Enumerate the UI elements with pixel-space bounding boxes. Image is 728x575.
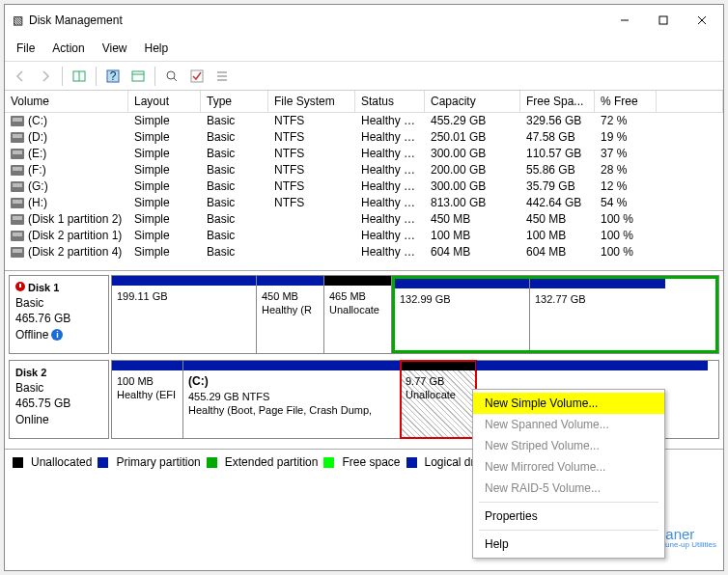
partition[interactable]: (C:)455.29 GB NTFSHealthy (Boot, Page Fi…: [183, 361, 401, 438]
menu-separator: [479, 502, 658, 503]
table-row[interactable]: (G:)SimpleBasicNTFSHealthy (L...300.00 G…: [5, 178, 723, 195]
volume-icon: [11, 214, 24, 225]
menu-view[interactable]: View: [95, 38, 135, 59]
cell-pct: 100 %: [595, 211, 657, 228]
cell-type: Basic: [201, 195, 268, 211]
partition[interactable]: 132.77 GB: [530, 279, 665, 350]
table-row[interactable]: (Disk 2 partition 4)SimpleBasicHealthy (…: [5, 244, 723, 260]
table-row[interactable]: (Disk 1 partition 2)SimpleBasicHealthy (…: [5, 211, 723, 228]
col-pct[interactable]: % Free: [595, 91, 657, 113]
partition[interactable]: 9.77 GBUnallocate: [401, 361, 476, 438]
legend-swatch-darkgreen: [207, 457, 217, 468]
disk2-type: Basic: [15, 380, 102, 396]
titlebar: ▧ Disk Management: [5, 5, 723, 36]
partition[interactable]: 199.11 GB: [112, 276, 257, 353]
legend-free: Free space: [342, 455, 400, 469]
volume-name: (Disk 1 partition 2): [28, 212, 122, 226]
forward-button: [34, 65, 57, 88]
props-button[interactable]: [126, 65, 150, 88]
col-layout[interactable]: Layout: [128, 91, 201, 113]
cell-fs: [268, 211, 355, 228]
partition-body: 100 MBHealthy (EFI: [112, 370, 182, 438]
toolbar: ?: [5, 62, 723, 91]
partition-cap: [530, 279, 665, 288]
partition-body: (C:)455.29 GB NTFSHealthy (Boot, Page Fi…: [183, 370, 400, 438]
cell-layout: Simple: [128, 195, 201, 211]
partition-body: 132.99 GB: [395, 288, 529, 350]
cell-capacity: 604 MB: [425, 244, 520, 260]
volume-name: (G:): [28, 179, 48, 193]
volume-name: (Disk 2 partition 1): [28, 229, 122, 242]
partition-body: 132.77 GB: [530, 288, 665, 350]
maximize-button[interactable]: [644, 9, 683, 32]
cell-free: 442.64 GB: [520, 195, 595, 211]
cell-capacity: 300.00 GB: [425, 178, 520, 195]
volume-grid: Volume Layout Type File System Status Ca…: [5, 91, 723, 271]
partition-cap: [112, 276, 256, 286]
disk1-row: Disk 1 Basic 465.76 GB Offlinei 199.11 G…: [9, 275, 719, 354]
col-volume[interactable]: Volume: [5, 91, 128, 113]
info-icon[interactable]: i: [51, 329, 63, 341]
toolbar-separator: [62, 67, 63, 86]
col-free[interactable]: Free Spa...: [520, 91, 595, 113]
partition-body: 9.77 GBUnallocate: [401, 370, 475, 438]
table-row[interactable]: (E:)SimpleBasicNTFSHealthy (L...300.00 G…: [5, 146, 723, 162]
minimize-button[interactable]: [605, 9, 644, 32]
cell-layout: Simple: [128, 129, 201, 146]
cell-fs: NTFS: [268, 195, 355, 211]
partition-body: 450 MBHealthy (R: [257, 286, 323, 353]
menu-new-mirrored-volume: New Mirrored Volume...: [473, 456, 664, 478]
svg-point-10: [167, 71, 175, 79]
col-status[interactable]: Status: [355, 91, 425, 113]
volume-name: (F:): [28, 163, 46, 177]
volume-icon: [11, 149, 24, 159]
cell-fs: NTFS: [268, 129, 355, 146]
list-button[interactable]: [210, 65, 234, 88]
cell-capacity: 300.00 GB: [425, 146, 520, 162]
col-type[interactable]: Type: [201, 91, 268, 113]
cell-capacity: 250.01 GB: [425, 129, 520, 146]
check-button[interactable]: [185, 65, 209, 88]
menu-help[interactable]: Help: [473, 534, 664, 555]
panes-button[interactable]: [68, 65, 91, 88]
partition-cap: [324, 276, 391, 286]
cell-pct: 100 %: [595, 244, 657, 260]
table-row[interactable]: (Disk 2 partition 1)SimpleBasicHealthy (…: [5, 228, 723, 244]
partition-cap: [112, 361, 182, 370]
error-icon: [15, 282, 25, 291]
disk2-info[interactable]: Disk 2 Basic 465.75 GB Online: [9, 360, 109, 439]
legend-unallocated: Unallocated: [31, 455, 92, 469]
partition[interactable]: 450 MBHealthy (R: [257, 276, 324, 353]
help-button[interactable]: ?: [101, 65, 125, 88]
search-button[interactable]: [160, 65, 183, 88]
disk1-size: 465.76 GB: [15, 311, 102, 326]
menu-action[interactable]: Action: [44, 38, 92, 59]
disk2-state: Online: [15, 412, 102, 427]
table-row[interactable]: (F:)SimpleBasicNTFSHealthy (L...200.00 G…: [5, 162, 723, 178]
cell-layout: Simple: [128, 244, 201, 260]
close-button[interactable]: [683, 9, 721, 32]
volume-name: (H:): [28, 196, 47, 209]
disk1-type: Basic: [15, 295, 102, 311]
table-row[interactable]: (H:)SimpleBasicNTFSHealthy (L...813.00 G…: [5, 195, 723, 211]
col-capacity[interactable]: Capacity: [425, 91, 520, 113]
table-row[interactable]: (D:)SimpleBasicNTFSHealthy (A...250.01 G…: [5, 129, 723, 146]
cell-layout: Simple: [128, 178, 201, 195]
menu-separator: [479, 530, 658, 531]
disk1-state: Offline: [15, 327, 48, 342]
legend-swatch-black: [13, 457, 23, 468]
table-row[interactable]: (C:)SimpleBasicNTFSHealthy (B...455.29 G…: [5, 113, 723, 129]
cell-fs: NTFS: [268, 146, 355, 162]
svg-line-11: [174, 78, 177, 81]
col-fs[interactable]: File System: [268, 91, 355, 113]
menu-new-simple-volume[interactable]: New Simple Volume...: [473, 393, 664, 414]
cell-layout: Simple: [128, 146, 201, 162]
menu-help[interactable]: Help: [137, 38, 177, 59]
cell-free: 100 MB: [520, 228, 595, 244]
partition[interactable]: 465 MBUnallocate: [324, 276, 392, 353]
disk1-info[interactable]: Disk 1 Basic 465.76 GB Offlinei: [9, 275, 109, 354]
menu-file[interactable]: File: [9, 38, 42, 59]
partition[interactable]: 100 MBHealthy (EFI: [112, 361, 183, 438]
partition[interactable]: 132.99 GB: [395, 279, 530, 350]
menu-properties[interactable]: Properties: [473, 506, 664, 527]
